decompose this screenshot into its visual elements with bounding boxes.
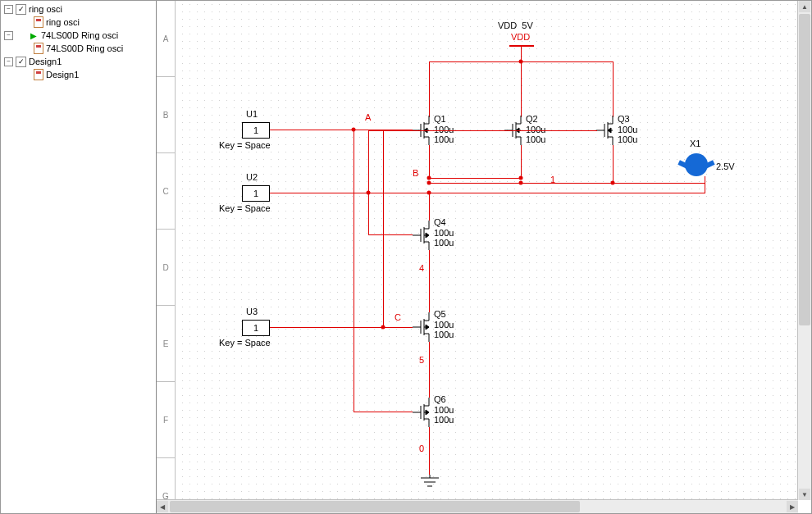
horizontal-scrollbar[interactable]: ◀ ▶ [157, 499, 798, 513]
q5-l: 100u [434, 330, 454, 339]
probe-ref: X1 [690, 139, 700, 148]
q1-ref: Q1 [434, 114, 446, 124]
tree-item-ring-osci-sch[interactable]: ring osci [1, 16, 156, 29]
vertical-scrollbar[interactable]: ▲ ▼ [797, 1, 811, 500]
scroll-thumb[interactable] [799, 14, 810, 325]
project-tree[interactable]: − ring osci ring osci − ▶ 74LS00D Ring o… [1, 1, 157, 513]
schematic-icon [34, 69, 43, 80]
q6-ref: Q6 [434, 394, 446, 404]
q5-ref: Q5 [434, 309, 446, 319]
ruler-cell: D [157, 230, 175, 306]
probe-x1[interactable] [685, 153, 708, 176]
tree-label: 74LS00D Ring osci [41, 30, 118, 40]
tree-item-74ls00d[interactable]: − ▶ 74LS00D Ring osci [1, 29, 156, 42]
tree-collapse-icon[interactable]: − [4, 5, 13, 14]
svg-marker-31 [426, 233, 429, 238]
ruler-cell: A [157, 1, 175, 77]
u1-key: Key = Space [219, 140, 271, 150]
q2-ref: Q2 [526, 114, 538, 124]
scroll-down-icon[interactable]: ▼ [799, 489, 810, 500]
q3-ref: Q3 [618, 114, 630, 124]
u2-switch[interactable]: 1 [242, 185, 270, 202]
ruler-cell: E [157, 306, 175, 382]
q5-w: 100u [434, 320, 454, 330]
tree-item-design1-sch[interactable]: Design1 [1, 68, 156, 81]
net-1: 1 [550, 175, 555, 184]
u3-key: Key = Space [219, 338, 271, 348]
q6-w: 100u [434, 405, 454, 415]
tree-item-ring-osci[interactable]: − ring osci [1, 2, 156, 16]
ground-symbol [419, 475, 440, 491]
q6-l: 100u [434, 415, 454, 425]
u2-ref: U2 [246, 172, 258, 182]
active-design-icon: ▶ [29, 30, 39, 40]
row-ruler: A B C D E F G [157, 1, 176, 500]
svg-marker-47 [426, 410, 429, 415]
svg-marker-39 [426, 325, 429, 330]
vdd-label: VDD 5V [498, 20, 533, 30]
app-frame: − ring osci ring osci − ▶ 74LS00D Ring o… [0, 0, 812, 514]
ruler-cell: C [157, 153, 175, 230]
q4-l: 100u [434, 238, 454, 248]
tree-label: ring osci [46, 17, 80, 27]
tree-label: 74LS00D Ring osci [46, 43, 123, 53]
schematic-area: A B C D E F G VDD 5V VDD [157, 1, 811, 513]
q4-ref: Q4 [434, 217, 446, 227]
vdd-net-label: VDD [511, 32, 530, 42]
net-4: 4 [419, 263, 424, 273]
u1-ref: U1 [246, 109, 258, 119]
q2-w: 100u [526, 125, 545, 134]
net-a: A [365, 112, 371, 122]
svg-marker-23 [608, 128, 611, 133]
ruler-cell: B [157, 77, 175, 153]
scroll-thumb[interactable] [170, 501, 580, 512]
tree-checkbox[interactable] [16, 57, 26, 67]
tree-label: Design1 [29, 57, 62, 66]
q4-w: 100u [434, 228, 454, 238]
probe-value: 2.5V [716, 161, 735, 171]
u2-key: Key = Space [219, 203, 271, 213]
ruler-cell: G [157, 458, 175, 500]
net-0: 0 [419, 443, 424, 453]
q3-l: 100u [618, 134, 637, 144]
net-5: 5 [419, 355, 424, 365]
q3-w: 100u [618, 125, 637, 134]
q2-l: 100u [526, 134, 545, 144]
schematic-icon [34, 43, 43, 54]
u1-switch[interactable]: 1 [242, 122, 270, 139]
schematic-icon [34, 16, 43, 28]
tree-checkbox[interactable] [16, 4, 26, 15]
tree-item-74ls00d-sch[interactable]: 74LS00D Ring osci [1, 42, 156, 55]
tree-label: Design1 [46, 70, 79, 80]
tree-collapse-icon[interactable]: − [4, 57, 13, 66]
u3-switch[interactable]: 1 [242, 320, 270, 336]
schematic-canvas[interactable]: A B C D E F G VDD 5V VDD [157, 1, 798, 500]
q1-w: 100u [434, 125, 454, 134]
scroll-right-icon[interactable]: ▶ [787, 501, 798, 512]
ruler-cell: F [157, 382, 175, 458]
u3-ref: U3 [246, 307, 258, 316]
net-c: C [395, 312, 401, 322]
scroll-left-icon[interactable]: ◀ [157, 501, 168, 512]
tree-item-design1[interactable]: − Design1 [1, 55, 156, 68]
tree-collapse-icon[interactable]: − [4, 31, 13, 40]
net-b: B [413, 168, 418, 178]
q1-l: 100u [434, 134, 454, 144]
scroll-up-icon[interactable]: ▲ [799, 1, 810, 12]
tree-label: ring osci [29, 4, 62, 14]
